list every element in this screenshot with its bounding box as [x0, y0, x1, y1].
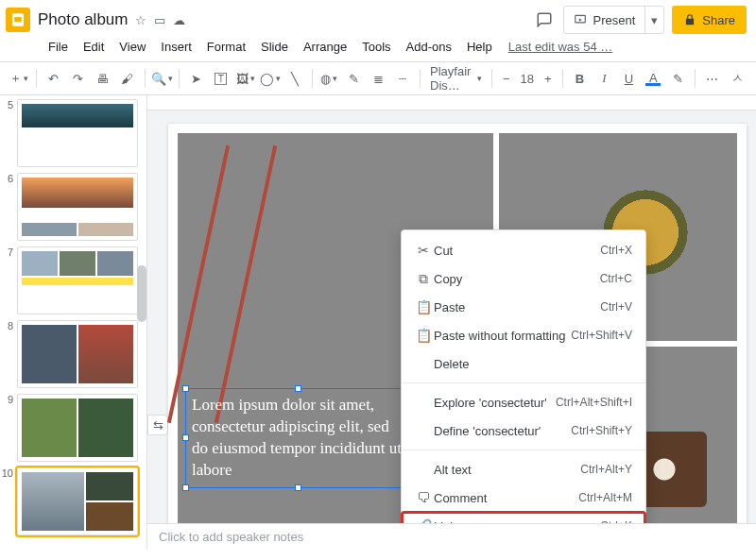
- slide-thumb-5[interactable]: [17, 99, 138, 167]
- copy-icon: ⧉: [413, 271, 434, 287]
- new-slide-button[interactable]: ＋: [8, 66, 30, 91]
- ctx-link[interactable]: 🔗LinkCtrl+K: [402, 512, 645, 523]
- zoom-button[interactable]: 🔍: [150, 66, 173, 91]
- paste-plain-icon: 📋: [413, 328, 434, 343]
- doc-title[interactable]: Photo album: [38, 10, 128, 29]
- comment-icon: 🗨: [413, 490, 434, 505]
- share-label: Share: [702, 13, 735, 27]
- paint-format-button[interactable]: 🖌: [116, 66, 139, 91]
- ctx-explore[interactable]: Explore 'consectetur'Ctrl+Alt+Shift+I: [402, 388, 645, 416]
- slide-thumb-6[interactable]: [17, 173, 138, 241]
- menu-bar: File Edit View Insert Format Slide Arran…: [0, 34, 756, 61]
- border-weight-button[interactable]: ≣: [367, 66, 389, 91]
- slide-thumb-9[interactable]: [17, 394, 138, 462]
- svg-rect-1: [14, 17, 22, 22]
- slide-canvas[interactable]: ⇆ Lorem ipsum dolor sit amet, consectetu…: [147, 110, 756, 523]
- ctx-delete[interactable]: Delete: [402, 349, 645, 378]
- ctx-paste[interactable]: 📋PasteCtrl+V: [402, 293, 645, 321]
- more-tools-button[interactable]: ⋯: [701, 66, 724, 91]
- slide-number: 5: [0, 99, 13, 167]
- font-size-input[interactable]: 18: [515, 72, 540, 86]
- font-family-select[interactable]: Playfair Dis…▾: [426, 64, 486, 93]
- selected-textbox[interactable]: Lorem ipsum dolor sit amet, consectetur …: [185, 388, 412, 488]
- menu-help[interactable]: Help: [460, 38, 499, 56]
- present-dropdown[interactable]: ▾: [645, 13, 663, 27]
- context-menu: ✂CutCtrl+X ⧉CopyCtrl+C 📋PasteCtrl+V 📋Pas…: [401, 229, 646, 523]
- slide-number: 8: [0, 320, 13, 388]
- open-comments-button[interactable]: [533, 8, 556, 31]
- textbox-content[interactable]: Lorem ipsum dolor sit amet, consectetur …: [192, 395, 405, 482]
- underline-button[interactable]: U: [617, 66, 640, 91]
- ctx-cut[interactable]: ✂CutCtrl+X: [402, 236, 645, 264]
- menu-view[interactable]: View: [112, 38, 152, 56]
- link-icon: 🔗: [413, 518, 434, 523]
- print-button[interactable]: 🖶: [92, 66, 114, 91]
- bold-button[interactable]: B: [568, 66, 591, 91]
- menu-edit[interactable]: Edit: [77, 38, 111, 56]
- ctx-comment[interactable]: 🗨CommentCtrl+Alt+M: [402, 484, 645, 512]
- highlight-color-button[interactable]: ✎: [666, 66, 689, 91]
- slide-thumb-8[interactable]: [17, 320, 138, 388]
- fill-color-button[interactable]: ◍: [318, 66, 340, 91]
- explore-toggle-icon[interactable]: ⇆: [147, 415, 168, 435]
- present-button[interactable]: Present ▾: [563, 6, 664, 34]
- italic-button[interactable]: I: [593, 66, 615, 91]
- text-color-button[interactable]: A: [642, 66, 664, 91]
- slide-number: 7: [0, 246, 13, 314]
- slidepanel-scrollbar[interactable]: [137, 265, 146, 322]
- menu-tools[interactable]: Tools: [355, 38, 397, 56]
- shape-tool[interactable]: ◯: [259, 66, 282, 91]
- border-dash-button[interactable]: ┄: [391, 66, 414, 91]
- menu-addons[interactable]: Add-ons: [400, 38, 458, 56]
- redo-button[interactable]: ↷: [67, 66, 90, 91]
- slide-number: 9: [0, 394, 13, 462]
- ctx-paste-without-formatting[interactable]: 📋Paste without formattingCtrl+Shift+V: [402, 321, 645, 349]
- menu-arrange[interactable]: Arrange: [297, 38, 353, 56]
- paste-icon: 📋: [413, 299, 434, 314]
- slide-number: 10: [0, 467, 13, 535]
- font-size-decrease[interactable]: −: [498, 72, 515, 86]
- cut-icon: ✂: [413, 243, 434, 258]
- hide-menus-button[interactable]: ㅅ: [726, 66, 748, 91]
- share-button[interactable]: Share: [672, 6, 747, 34]
- font-size-increase[interactable]: +: [540, 72, 557, 86]
- menu-file[interactable]: File: [42, 38, 75, 56]
- slide-panel[interactable]: 5 6 7 8 9 10: [0, 95, 147, 550]
- slide-thumb-7[interactable]: [17, 246, 138, 314]
- menu-insert[interactable]: Insert: [154, 38, 198, 56]
- line-tool[interactable]: ╲: [284, 66, 306, 91]
- toolbar: ＋ ↶ ↷ 🖶 🖌 🔍 ➤ 🅃 🖼 ◯ ╲ ◍ ✎ ≣ ┄ Playfair D…: [0, 61, 756, 95]
- ctx-copy[interactable]: ⧉CopyCtrl+C: [402, 264, 645, 293]
- select-tool[interactable]: ➤: [185, 66, 208, 91]
- slide-thumb-10[interactable]: [17, 467, 138, 535]
- horizontal-ruler: [147, 95, 756, 110]
- last-edit-link[interactable]: Last edit was 54 …: [508, 40, 613, 54]
- menu-format[interactable]: Format: [200, 38, 252, 56]
- speaker-notes[interactable]: Click to add speaker notes: [147, 523, 756, 550]
- cloud-icon[interactable]: ☁: [173, 13, 185, 27]
- border-color-button[interactable]: ✎: [342, 66, 365, 91]
- present-label: Present: [593, 13, 635, 27]
- ctx-alt-text[interactable]: Alt textCtrl+Alt+Y: [402, 455, 645, 484]
- image-tool[interactable]: 🖼: [234, 66, 257, 91]
- slides-logo: [6, 8, 30, 32]
- ctx-define[interactable]: Define 'consectetur'Ctrl+Shift+Y: [402, 416, 645, 445]
- star-icon[interactable]: ☆: [135, 13, 146, 27]
- move-icon[interactable]: ▭: [154, 13, 165, 27]
- slide-number: 6: [0, 173, 13, 241]
- textbox-tool[interactable]: 🅃: [210, 66, 232, 91]
- undo-button[interactable]: ↶: [43, 66, 65, 91]
- menu-slide[interactable]: Slide: [254, 38, 295, 56]
